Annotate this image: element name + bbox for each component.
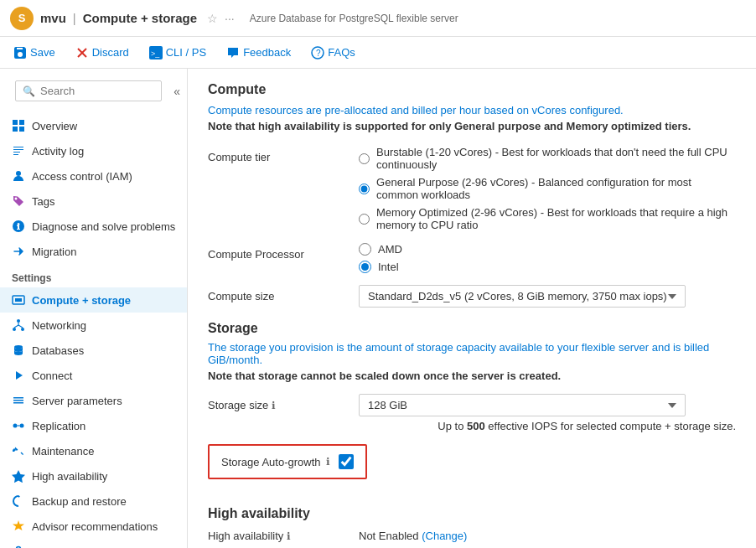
- sidebar-item-label: Advisor recommendations: [32, 520, 158, 533]
- proc-intel-label: Intel: [378, 261, 399, 273]
- storage-size-control: 128 GiB Up to 500 effective IOPS for sel…: [359, 394, 736, 432]
- processor-options: AMD Intel: [359, 243, 736, 273]
- svg-point-9: [15, 198, 18, 200]
- storage-size-select[interactable]: 128 GiB: [359, 394, 686, 416]
- processor-label: Compute Processor: [208, 243, 359, 261]
- compute-size-select[interactable]: Standard_D2ds_v5 (2 vCores, 8 GiB memory…: [359, 285, 686, 308]
- compute-size-row: Compute size Standard_D2ds_v5 (2 vCores,…: [208, 285, 736, 308]
- save-button[interactable]: Save: [10, 43, 59, 63]
- compute-section: Compute Compute resources are pre-alloca…: [208, 82, 736, 308]
- sidebar-item-overview[interactable]: Overview: [0, 113, 187, 138]
- faqs-button[interactable]: ? FAQs: [308, 43, 359, 63]
- info-icon-autogrowth[interactable]: ℹ: [326, 456, 330, 468]
- svg-text:>_: >_: [151, 49, 160, 58]
- sidebar-item-connect[interactable]: Connect: [0, 363, 187, 388]
- compute-title: Compute: [208, 82, 736, 97]
- sidebar-item-iam[interactable]: Access control (IAM): [0, 163, 187, 189]
- sidebar-item-locks[interactable]: Locks: [0, 539, 187, 548]
- storage-title: Storage: [208, 321, 736, 336]
- sidebar-item-tags[interactable]: Tags: [0, 189, 187, 214]
- tier-burstable[interactable]: Burstable (1-20 vCores) - Best for workl…: [359, 146, 736, 171]
- proc-intel-radio[interactable]: [359, 261, 371, 273]
- search-container: 🔍: [15, 80, 162, 101]
- sidebar-item-label: Diagnose and solve problems: [32, 220, 175, 233]
- tier-burstable-label: Burstable (1-20 vCores) - Best for workl…: [376, 146, 736, 171]
- storage-desc: The storage you provision is the amount …: [208, 341, 736, 366]
- info-icon-ha[interactable]: ℹ: [287, 530, 291, 542]
- compute-tier-label: Compute tier: [208, 146, 359, 163]
- sidebar-item-label: High availability: [32, 470, 107, 483]
- tier-burstable-radio[interactable]: [359, 153, 370, 165]
- proc-amd-radio[interactable]: [359, 243, 371, 256]
- feedback-button[interactable]: Feedback: [223, 43, 294, 63]
- info-icon-storage[interactable]: ℹ: [272, 400, 276, 411]
- sidebar-item-activity-log[interactable]: Activity log: [0, 138, 187, 163]
- content-area: Compute Compute resources are pre-alloca…: [188, 69, 756, 548]
- compute-note: Note that high availability is supported…: [208, 120, 736, 132]
- sidebar-item-compute-storage[interactable]: Compute + storage: [0, 287, 187, 313]
- iops-note: Up to 500 effective IOPS for selected co…: [359, 420, 736, 432]
- backup-icon: [12, 494, 25, 508]
- sidebar-item-databases[interactable]: Databases: [0, 338, 187, 363]
- svg-rect-4: [13, 120, 18, 125]
- compute-size-label: Compute size: [208, 285, 359, 302]
- top-bar: S mvu | Compute + storage ☆ ··· Azure Da…: [0, 0, 756, 37]
- sidebar-item-migration[interactable]: Migration: [0, 239, 187, 264]
- svg-rect-6: [13, 127, 18, 132]
- star-icon[interactable]: ☆: [207, 12, 218, 25]
- sidebar-item-label: Connect: [32, 370, 72, 382]
- sidebar-item-label: Maintenance: [32, 445, 94, 458]
- tier-general-purpose[interactable]: General Purpose (2-96 vCores) - Balanced…: [359, 176, 736, 201]
- sidebar-item-backup-restore[interactable]: Backup and restore: [0, 489, 187, 514]
- svg-rect-11: [15, 298, 22, 302]
- autogrowth-box: Storage Auto-growth ℹ: [208, 444, 367, 479]
- app-icon: S: [10, 7, 34, 30]
- discard-button[interactable]: Discard: [72, 43, 132, 63]
- tier-memory-label: Memory Optimized (2-96 vCores) - Best fo…: [376, 206, 736, 231]
- tags-icon: [12, 194, 25, 208]
- processor-intel[interactable]: Intel: [359, 261, 736, 273]
- ha-change-link[interactable]: (Change): [422, 530, 467, 542]
- compute-processor-row: Compute Processor AMD Intel: [208, 243, 736, 273]
- storage-section: Storage The storage you provision is the…: [208, 321, 736, 493]
- tier-memory-radio[interactable]: [359, 213, 370, 225]
- toolbar: Save Discard >_ CLI / PS Feedback ? FAQs: [0, 37, 756, 69]
- tier-general-label: General Purpose (2-96 vCores) - Balanced…: [376, 176, 736, 201]
- sidebar-item-networking[interactable]: Networking: [0, 313, 187, 338]
- subtitle: Azure Database for PostgreSQL flexible s…: [250, 13, 746, 24]
- sidebar-item-label: Backup and restore: [32, 495, 127, 508]
- advisor-icon: [12, 520, 25, 533]
- sidebar-item-diagnose[interactable]: Diagnose and solve problems: [0, 214, 187, 239]
- svg-point-14: [21, 328, 24, 331]
- sidebar-item-server-params[interactable]: Server parameters: [0, 388, 187, 413]
- sidebar-item-label: Activity log: [32, 145, 84, 158]
- collapse-button[interactable]: «: [173, 85, 180, 98]
- more-icon[interactable]: ···: [225, 12, 235, 25]
- ha-title: High availability: [208, 506, 736, 521]
- sidebar-item-label: Compute + storage: [32, 294, 131, 307]
- sidebar-item-label: Overview: [32, 120, 77, 132]
- locks-icon: [12, 545, 25, 548]
- svg-point-8: [16, 171, 21, 176]
- sidebar-item-replication[interactable]: Replication: [0, 413, 187, 438]
- sidebar-item-advisor[interactable]: Advisor recommendations: [0, 514, 187, 539]
- sidebar-item-label: Replication: [32, 420, 85, 432]
- sidebar-item-high-availability[interactable]: High availability: [0, 463, 187, 489]
- maintenance-icon: [12, 444, 25, 458]
- autogrowth-checkbox[interactable]: [339, 454, 354, 469]
- storage-size-row: Storage size ℹ 128 GiB Up to 500 effecti…: [208, 394, 736, 432]
- save-icon: [13, 46, 27, 59]
- compute-size-control: Standard_D2ds_v5 (2 vCores, 8 GiB memory…: [359, 285, 736, 308]
- sidebar-item-maintenance[interactable]: Maintenance: [0, 438, 187, 463]
- tier-general-radio[interactable]: [359, 183, 370, 195]
- ha-row: High availability ℹ Not Enabled (Change): [208, 530, 736, 542]
- connect-icon: [12, 369, 25, 382]
- autogrowth-section: Storage Auto-growth ℹ: [208, 444, 736, 493]
- search-input[interactable]: [40, 85, 154, 97]
- sidebar-item-label: Networking: [32, 319, 86, 332]
- tier-memory-optimized[interactable]: Memory Optimized (2-96 vCores) - Best fo…: [359, 206, 736, 231]
- compute-icon: [12, 293, 25, 307]
- params-icon: [12, 394, 25, 407]
- cli-ps-button[interactable]: >_ CLI / PS: [146, 43, 210, 63]
- processor-amd[interactable]: AMD: [359, 243, 736, 256]
